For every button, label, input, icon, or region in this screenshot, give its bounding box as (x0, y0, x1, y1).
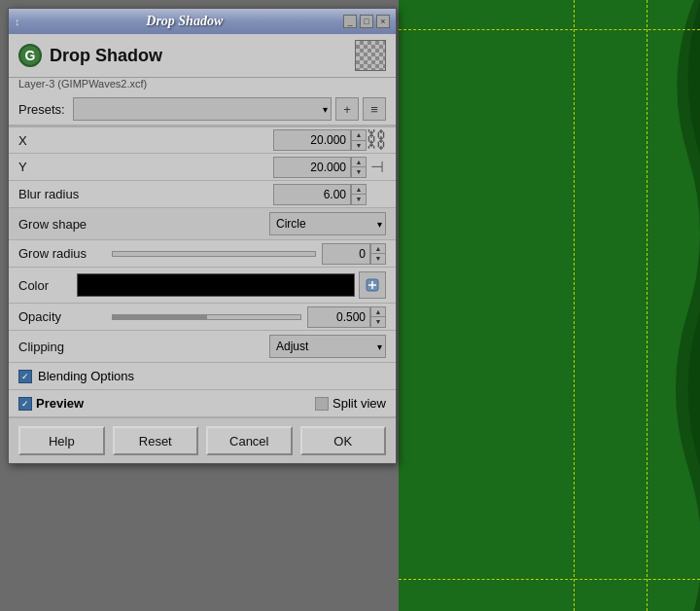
y-spin-buttons: ▲ ▼ (351, 157, 367, 178)
blur-spin-down[interactable]: ▼ (352, 195, 366, 204)
clipping-row: Clipping Adjust Clip Extend ▾ (9, 331, 396, 363)
y-spin-down[interactable]: ▼ (352, 167, 366, 177)
presets-label: Presets: (18, 102, 65, 117)
minimize-button[interactable]: _ (343, 15, 357, 28)
blending-label: Blending Options (38, 369, 134, 383)
grow-radius-input-wrapper (322, 243, 370, 265)
y-anchor-icon: ⊣ (370, 158, 384, 176)
presets-add-button[interactable]: + (335, 97, 359, 121)
blur-spin-up[interactable]: ▲ (352, 185, 366, 196)
y-input-wrapper (273, 157, 351, 178)
clipping-select[interactable]: Adjust Clip Extend (269, 335, 386, 358)
close-button[interactable]: × (376, 15, 390, 28)
blur-spin-buttons: ▲ ▼ (351, 184, 367, 205)
grow-radius-input[interactable] (323, 247, 366, 261)
x-row: X ▲ ▼ ⛓ (9, 126, 396, 154)
presets-menu-button[interactable]: ≡ (363, 97, 386, 121)
y-input[interactable] (274, 161, 346, 174)
grow-radius-row: Grow radius ▲ ▼ (9, 240, 396, 268)
split-view-checkbox[interactable] (315, 397, 329, 411)
split-view-label: Split view (332, 396, 386, 411)
maximize-button[interactable]: □ (360, 15, 373, 28)
blur-input[interactable] (274, 188, 346, 201)
y-spin-up[interactable]: ▲ (352, 158, 366, 168)
presets-select[interactable] (73, 97, 332, 121)
title-bar-controls: _ □ × (343, 15, 390, 28)
opacity-row: Opacity ▲ ▼ (9, 304, 396, 331)
presets-row: Presets: ▾ + ≡ (9, 93, 396, 126)
grow-shape-row: Grow shape Circle Square Diamond ▾ (9, 208, 396, 240)
canvas-green-area (399, 0, 700, 611)
grow-shape-select[interactable]: Circle Square Diamond (269, 212, 386, 235)
x-input[interactable] (274, 133, 346, 147)
opacity-label: Opacity (18, 309, 106, 324)
preview-label: Preview (36, 396, 84, 411)
blur-input-wrapper (273, 184, 351, 205)
grow-radius-spin: ▲ ▼ (370, 243, 386, 265)
opacity-spin: ▲ ▼ (370, 306, 386, 328)
xy-link-icon[interactable]: ⛓ (366, 129, 387, 151)
title-bar: ↕ Drop Shadow _ □ × (9, 9, 396, 34)
help-button[interactable]: Help (18, 426, 105, 455)
layer-thumbnail (355, 40, 386, 71)
preview-checkbox[interactable]: ✓ (18, 397, 32, 411)
guide-horizontal (399, 29, 700, 30)
guide-horizontal-2 (399, 579, 700, 580)
x-spin-down[interactable]: ▼ (352, 141, 366, 151)
color-picker-button[interactable] (359, 271, 386, 299)
guide-vertical-2 (647, 0, 648, 611)
split-view-group: Split view (315, 396, 386, 411)
grow-radius-spin-down[interactable]: ▼ (371, 254, 385, 264)
dialog-title: Drop Shadow (26, 14, 344, 29)
x-label: X (18, 133, 273, 148)
x-input-wrapper (273, 129, 351, 151)
grow-radius-label: Grow radius (18, 246, 106, 261)
effect-title: Drop Shadow (50, 46, 162, 66)
drop-shadow-dialog: ↕ Drop Shadow _ □ × G Drop Shadow Layer-… (8, 8, 397, 464)
x-spin-up[interactable]: ▲ (352, 130, 366, 141)
grow-radius-slider-track[interactable] (112, 251, 316, 257)
blending-options-row: ✓ Blending Options (9, 363, 396, 390)
opacity-slider-fill (113, 315, 207, 319)
opacity-spin-down[interactable]: ▼ (371, 317, 385, 327)
y-row: Y ▲ ▼ ⊣ (9, 154, 396, 181)
wave-shape (651, 0, 700, 611)
grow-radius-spin-up[interactable]: ▲ (371, 244, 385, 255)
title-arrow: ↕ (15, 16, 20, 27)
color-row: Color (9, 268, 396, 304)
opacity-slider-track[interactable] (112, 314, 301, 320)
opacity-spin-up[interactable]: ▲ (371, 307, 385, 318)
plugin-icon: G (18, 44, 42, 67)
grow-shape-label: Grow shape (18, 217, 269, 232)
preview-check-group: ✓ Preview (18, 396, 84, 411)
ok-button[interactable]: OK (300, 426, 387, 455)
clipping-select-wrapper: Adjust Clip Extend ▾ (269, 335, 386, 358)
blur-radius-row: Blur radius ▲ ▼ (9, 181, 396, 208)
color-swatch[interactable] (77, 273, 355, 297)
x-spin-buttons: ▲ ▼ (351, 129, 367, 151)
dialog-header: G Drop Shadow (9, 34, 396, 78)
preview-row: ✓ Preview Split view (9, 390, 396, 417)
link-col: ⛓ (367, 129, 386, 151)
eyedropper-icon (365, 277, 380, 293)
y-label: Y (18, 160, 273, 174)
presets-select-wrapper: ▾ (73, 97, 332, 121)
link-col-2: ⊣ (367, 158, 386, 176)
guide-vertical (574, 0, 575, 611)
blending-checkbox[interactable]: ✓ (18, 370, 32, 383)
blur-label: Blur radius (18, 187, 273, 201)
grow-shape-select-wrapper: Circle Square Diamond ▾ (269, 212, 386, 235)
cancel-button[interactable]: Cancel (206, 426, 293, 455)
color-label: Color (18, 278, 77, 293)
opacity-input[interactable] (308, 310, 366, 324)
dialog-footer: Help Reset Cancel OK (9, 417, 396, 463)
reset-button[interactable]: Reset (113, 426, 199, 455)
clipping-label: Clipping (18, 340, 269, 354)
opacity-input-wrapper (307, 306, 370, 328)
layer-name: Layer-3 (GIMPWaves2.xcf) (9, 78, 396, 93)
